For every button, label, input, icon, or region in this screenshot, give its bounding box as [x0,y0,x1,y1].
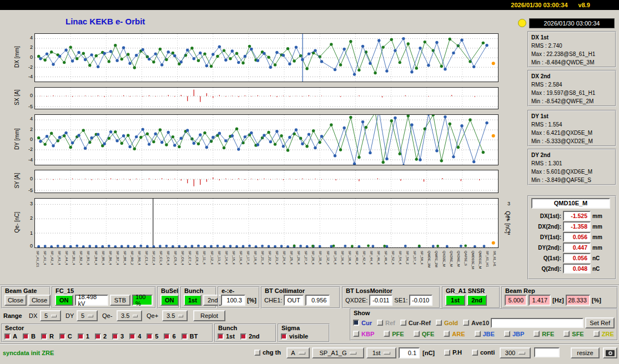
separator [0,343,619,345]
range-dy-select[interactable]: 5 [77,310,98,321]
stats-max: Max : 22.238@S8_61_H1 [531,50,612,58]
monitor-tick-label: SP_15_4 [232,251,235,265]
checkbox-jbe[interactable]: JBE [475,331,495,337]
monitor-select[interactable]: SP_A1_G [312,347,364,358]
checkbox-cur[interactable]: Cur [353,320,372,326]
checkbox-ave10[interactable]: Ave10 [463,320,489,326]
conti-checkbox[interactable]: conti [472,349,495,356]
monitor-tick-label: QAF5E_S [464,251,467,266]
checkbox-1[interactable]: 1 [78,333,89,340]
readout-label: DX(2nd): [531,223,561,231]
chg-th-checkbox[interactable]: chg th [254,349,281,356]
y-tick-label: 0 [30,243,33,249]
monitor-tick-label: SP_C4_4 [166,251,170,265]
y-tick-label: 0 [30,136,33,142]
bunch-1st-button[interactable]: 1st [184,295,202,306]
checkbox-indicator [414,331,420,337]
checkbox-qfe[interactable]: QFE [414,331,435,337]
checkbox-gold[interactable]: Gold [436,320,458,326]
threshold-value: 0.1 [399,347,420,358]
checkbox-label: BT [190,333,198,340]
monitor-tick-label: SP_C2_4 [152,251,155,265]
checkbox-r[interactable]: R [41,333,54,340]
checkbox-zre[interactable]: ZRE [593,331,614,337]
checkbox-b[interactable]: B [23,333,36,340]
checkbox-are[interactable]: ARE [444,331,465,337]
checkbox-jbp[interactable]: JBP [504,331,524,337]
checkbox-label: 6 [172,333,175,340]
se1-label: SE1: [394,297,407,304]
checkbox-label: Gold [444,320,458,326]
monitor-tick-label: SP_23_4 [275,251,279,265]
monitor-tick-label: SP_R0_2 [130,251,134,265]
checkbox-indicator [534,331,540,337]
ph-checkbox[interactable]: P.H [444,349,462,356]
bunch-select-group: Bunch 1st2nd [214,323,276,342]
checkbox-2[interactable]: 2 [95,333,107,340]
checkbox-label: R [49,333,54,340]
beam-gate-close-1-button[interactable]: Close [4,295,27,306]
top-titlebar: 2026/01/30 03:00:34 v8.9 [0,0,619,10]
checkbox-pfe[interactable]: PFE [384,331,404,337]
aux-input[interactable] [534,347,560,357]
checkbox-cur-ref[interactable]: Cur-Ref [400,320,431,326]
checkbox-4[interactable]: 4 [129,333,141,340]
snsr-2nd-button[interactable]: 2nd [467,295,487,306]
y-tick-label: 4 [30,116,33,122]
monitor-tick-label: SP_28_4 [311,251,315,265]
fc15-stb-button[interactable]: STB [110,295,130,306]
checkbox-2nd[interactable]: 2nd [240,333,260,340]
sx-yticks: 0-5 [22,87,33,109]
checkbox-label: 3 [120,333,124,340]
range-dx-select[interactable]: 5 [40,310,61,321]
points-select[interactable]: 300 [500,347,531,358]
checkbox-c[interactable]: C [59,333,72,340]
qe-minus-axis-label: Qe- [nC] [14,207,20,238]
y-tick-label: 0 [30,176,33,181]
checkbox-6[interactable]: 6 [164,333,175,340]
linac-orbit-window: { "titlebar": {"datetime": "2026/01/30 0… [0,0,619,364]
checkbox-label: C [68,333,72,340]
checkbox-indicator [41,333,47,340]
fc15-on-button[interactable]: ON [55,295,73,306]
monitor-tick-label: SP_36_4 [340,251,344,265]
show-row2-checkboxes: KBPPFEQFEAREJBEJBPRFESFEZRE [353,331,614,337]
checkbox-ref[interactable]: Ref [377,320,395,326]
checkbox-indicator [164,333,170,340]
dy-orbit-plot [34,114,499,165]
replot-button[interactable]: Replot [193,310,225,321]
readout-unit: nC [592,254,600,262]
stats-title: DX 1st [531,33,612,42]
busel-group: BuSel ON [157,286,179,309]
titlebar-datetime: 2026/01/30 03:00:34 [511,2,567,8]
checkbox-indicator [444,350,450,356]
bunch-select[interactable]: 1st [366,347,396,358]
checkbox-indicator [218,333,224,340]
dx-yticks: 420-2-4 [22,33,33,82]
y-tick-label: 4 [30,35,33,41]
resize-button[interactable]: resize [571,347,600,358]
group-label: Bunch [218,325,237,331]
sector-select[interactable]: A [286,347,310,358]
sy-steering-plot [34,170,499,193]
monitor-tick-label: S8_61_H1 [492,251,496,266]
checkbox-3[interactable]: 3 [112,333,124,340]
checkbox-bt[interactable]: BT [182,333,198,340]
beam-gate-close-2-button[interactable]: Close [28,295,51,306]
y-tick-label: 1 [30,230,33,236]
checkbox-1st[interactable]: 1st [218,333,235,340]
checkbox-a[interactable]: A [4,333,17,340]
checkbox-label: chg th [263,349,281,356]
set-ref-button[interactable]: Set Ref [585,317,615,328]
checkbox-sfe[interactable]: SFE [563,331,583,337]
ref-input[interactable] [491,318,583,328]
checkbox-kbp[interactable]: KBP [353,331,374,337]
checkbox-visible[interactable]: visible [281,333,308,340]
range-qep-select[interactable]: 3.5 [162,310,188,321]
snsr-1st-button[interactable]: 1st [445,295,465,306]
busel-on-button[interactable]: ON [160,295,179,306]
checkbox-5[interactable]: 5 [147,333,158,340]
camera-button[interactable] [603,347,617,358]
checkbox-rfe[interactable]: RFE [534,331,554,337]
range-qem-select[interactable]: 3.5 [117,310,142,321]
